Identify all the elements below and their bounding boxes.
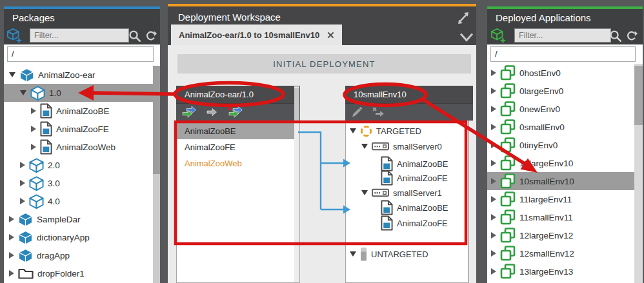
collapse-icon[interactable] [20,90,26,95]
map-all-deployables-icon[interactable] [181,106,198,119]
version-icon [29,194,44,209]
collapse-icon[interactable] [361,190,368,195]
tree-item-4.0[interactable]: 4.0 [4,192,153,210]
target-tree-item-smallServer1[interactable]: smallServer1 [361,185,442,200]
environment-item-0smallEnv0[interactable]: 0smallEnv0 [487,118,634,136]
tree-item-AnimalZooFE[interactable]: AnimalZooFE [4,120,153,138]
expand-icon[interactable] [491,268,496,275]
environment-item-label: 13largeEnv13 [519,267,573,277]
close-tab-icon[interactable] [327,32,334,39]
packages-path-input[interactable] [7,46,154,62]
tree-item-label: 1.0 [49,88,61,98]
environment-item-10largeEnv10[interactable]: 10largeEnv10 [487,154,634,172]
add-package-icon[interactable] [6,28,22,43]
unmap-deployable-icon[interactable] [371,106,387,119]
expand-icon[interactable] [9,270,14,277]
tree-item-dragApp[interactable]: dragApp [4,246,153,264]
expand-icon[interactable] [20,162,25,168]
env-icon [500,246,516,261]
workspace-tab[interactable]: AnimalZoo-ear/1.0 to 10smallEnv10 [171,24,342,45]
source-list-scrollbar[interactable] [294,86,299,282]
deployed-scrollbar-thumb[interactable] [634,66,643,125]
collapse-icon[interactable] [9,72,15,77]
environment-item-0largeEnv0[interactable]: 0largeEnv0 [487,82,634,100]
expand-icon[interactable] [9,252,14,259]
refresh-icon[interactable] [625,28,638,43]
tree-item-2.0[interactable]: 2.0 [4,156,153,174]
deployed-path-input[interactable] [490,46,636,62]
expand-panel-icon[interactable] [456,10,471,26]
target-tree-item-label: AnimalZooFE [397,173,448,183]
target-tree-item-untargeted[interactable]: UNTARGETED [350,246,428,262]
target-tree-item-AnimalZooFE[interactable]: AnimalZooFE [381,215,448,231]
expand-icon[interactable] [491,232,496,239]
deployable-item-AnimalZooFE[interactable]: AnimalZooFE [177,139,299,155]
expand-icon[interactable] [9,216,14,222]
target-tree-item-TARGETED[interactable]: TARGETED [350,123,421,139]
add-environment-icon[interactable] [490,28,506,43]
environment-item-0tinyEnv0[interactable]: 0tinyEnv0 [487,136,634,154]
environment-item-12smallEnv12[interactable]: 12smallEnv12 [487,244,634,262]
expand-icon[interactable] [491,70,496,76]
source-deployables-list: AnimalZooBEAnimalZooFEAnimalZooWeb [176,121,300,283]
tree-item-dictionaryApp[interactable]: dictionaryApp [4,228,153,246]
map-selected-deployable-icon[interactable] [206,106,219,119]
environment-item-0hostEnv0[interactable]: 0hostEnv0 [487,64,634,82]
target-tree-item-AnimalZooBE[interactable]: AnimalZooBE [381,199,448,216]
packages-scrollbar-thumb[interactable] [153,66,160,174]
search-icon[interactable] [128,28,141,43]
expand-icon[interactable] [491,88,496,94]
refresh-icon[interactable] [144,28,157,43]
target-list-scrollbar[interactable] [468,121,473,283]
deployed-scrollbar[interactable] [634,64,643,283]
tree-item-dropFolder1[interactable]: dropFolder1 [4,264,153,282]
target-tree-item-AnimalZooFE[interactable]: AnimalZooFE [381,170,448,186]
packages-scrollbar[interactable] [153,66,160,283]
environment-item-0newEnv0[interactable]: 0newEnv0 [487,100,634,118]
tree-item-AnimalZooBE[interactable]: AnimalZooBE [4,102,153,120]
expand-icon[interactable] [9,234,14,240]
expand-icon[interactable] [31,144,36,150]
expand-icon[interactable] [31,126,36,132]
expand-icon[interactable] [491,250,496,257]
package-icon [18,230,33,245]
source-list-scrollbar-thumb[interactable] [294,88,299,122]
tree-item-AnimalZooWeb[interactable]: AnimalZooWeb [4,138,153,156]
deployed-filter-input[interactable] [514,28,611,43]
target-column-header: 10smallEnv10 [345,86,473,103]
expand-icon[interactable] [31,108,36,114]
environment-item-11smallEnv11[interactable]: 11smallEnv11 [487,208,634,226]
expand-icon[interactable] [20,180,25,186]
expand-icon[interactable] [491,142,496,148]
environment-item-13largeEnv13[interactable]: 13largeEnv13 [487,262,634,280]
expand-icon[interactable] [491,124,496,130]
expand-icon[interactable] [20,198,25,204]
deployable-item-AnimalZooWeb[interactable]: AnimalZooWeb [177,155,299,171]
edit-mapping-icon[interactable] [350,106,363,119]
search-icon[interactable] [609,28,621,43]
deployable-item-label: AnimalZooFE [185,142,236,152]
collapse-icon[interactable] [361,144,368,149]
environment-item-label: 11smallEnv11 [519,213,573,222]
target-tree-item-smallServer0[interactable]: smallServer0 [361,139,442,154]
packages-filter-input[interactable] [30,28,129,43]
initial-deployment-button[interactable]: INITIAL DEPLOYMENT [177,54,471,73]
tree-item-AnimalZoo-ear[interactable]: AnimalZoo-ear [4,66,153,84]
collapse-icon[interactable] [350,128,356,133]
expand-icon[interactable] [491,214,496,220]
deployable-item-AnimalZooBE[interactable]: AnimalZooBE [177,123,299,139]
packages-tree: AnimalZoo-ear1.0AnimalZooBEAnimalZooFEAn… [4,66,153,283]
chevron-down-icon[interactable] [459,30,474,45]
expand-icon[interactable] [491,196,496,202]
environment-item-12largeEnv12[interactable]: 12largeEnv12 [487,226,634,244]
expand-icon[interactable] [491,160,496,166]
remove-all-mappings-icon[interactable] [226,106,245,119]
tree-item-3.0[interactable]: 3.0 [4,174,153,192]
collapse-icon[interactable] [350,251,356,257]
expand-icon[interactable] [491,178,496,184]
environment-item-10smallEnv10[interactable]: 10smallEnv10 [487,172,634,190]
tree-item-SampleDar[interactable]: SampleDar [4,210,153,228]
environment-item-11largeEnv11[interactable]: 11largeEnv11 [487,190,634,208]
tree-item-1.0[interactable]: 1.0 [4,84,153,102]
expand-icon[interactable] [491,106,496,112]
